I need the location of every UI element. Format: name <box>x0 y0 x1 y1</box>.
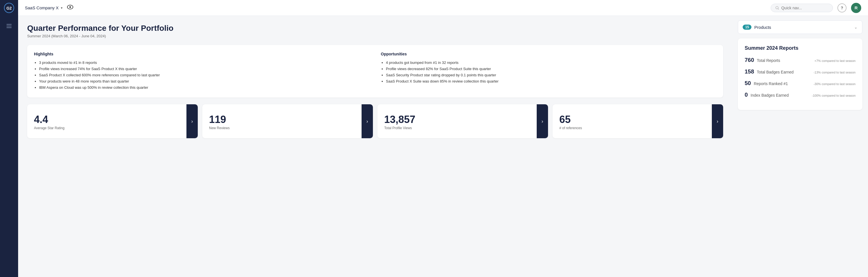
company-name: SaaS Company X <box>25 5 59 10</box>
svg-rect-4 <box>6 27 11 28</box>
report-metric: 50 Reports Ranked #1 <box>745 80 813 86</box>
new-reviews-label: New Reviews <box>209 126 357 130</box>
profile-views-label: Total Profile Views <box>384 126 532 130</box>
total-reports-change: +7% compared to last season <box>814 59 856 63</box>
opportunities-list: 4 products got bumped from #1 in 32 repo… <box>381 60 716 84</box>
report-row-index-badges: 0 Index Badges Earned -100% compared to … <box>745 92 856 98</box>
sidebar: G2 <box>0 0 18 277</box>
reports-title: Summer 2024 Reports <box>745 45 856 51</box>
products-dropdown[interactable]: 15 Products ⌄ <box>738 20 862 34</box>
top-nav: SaaS Company X ▾ ? <box>18 0 868 16</box>
highlights-col: Highlights 3 products moved to #1 in 8 r… <box>34 52 370 91</box>
sidebar-logo: G2 <box>0 0 18 16</box>
references-label: # of references <box>559 126 707 130</box>
highlights-card: Highlights 3 products moved to #1 in 8 r… <box>27 45 723 98</box>
list-item: IBM Aspera on Cloud was up 500% in revie… <box>39 84 370 91</box>
chevron-down-icon: ⌄ <box>854 25 858 29</box>
nav-right: ? R <box>771 3 861 13</box>
search-input[interactable] <box>781 6 828 10</box>
svg-point-6 <box>69 6 71 8</box>
chevron-down-icon: ▾ <box>61 6 63 10</box>
opportunities-title: Opportunities <box>381 52 716 56</box>
stat-card-content: 4.4 Average Star Rating <box>27 108 186 135</box>
ranked-label: Reports Ranked #1 <box>754 81 788 86</box>
report-metric: 0 Index Badges Earned <box>745 92 812 98</box>
index-badges-label: Index Badges Earned <box>751 93 789 98</box>
main-content: SaaS Company X ▾ ? <box>18 0 868 277</box>
svg-text:G2: G2 <box>6 6 12 10</box>
eye-icon[interactable] <box>67 5 73 11</box>
total-reports-label: Total Reports <box>757 58 780 63</box>
list-item: SaaS Security Product star rating droppe… <box>386 72 716 78</box>
profile-views-arrow[interactable]: › <box>537 104 548 138</box>
list-item: Your products were in 48 more reports th… <box>39 78 370 84</box>
list-item: Profile views increased 74% for SaaS Pro… <box>39 66 370 72</box>
badges-value: 158 <box>745 68 754 75</box>
page-title: Quarter Performance for Your Portfolio <box>27 24 723 33</box>
list-icon[interactable] <box>3 20 15 32</box>
star-rating-label: Average Star Rating <box>34 126 182 130</box>
ranked-change: -30% compared to last season <box>813 82 856 85</box>
list-item: 3 products moved to #1 in 8 reports <box>39 60 370 66</box>
ranked-value: 50 <box>745 80 751 86</box>
svg-rect-3 <box>6 26 11 26</box>
references-arrow[interactable]: › <box>712 104 723 138</box>
page-subtitle: Summer 2024 (March 06, 2024 - June 04, 2… <box>27 34 723 38</box>
list-item: 4 products got bumped from #1 in 32 repo… <box>386 60 716 66</box>
search-bar[interactable] <box>771 4 833 12</box>
new-reviews-arrow[interactable]: › <box>362 104 373 138</box>
report-metric: 760 Total Reports <box>745 57 814 63</box>
report-row-total: 760 Total Reports +7% compared to last s… <box>745 57 856 63</box>
stat-card-new-reviews: 119 New Reviews › <box>202 104 373 138</box>
stat-card-star-rating: 4.4 Average Star Rating › <box>27 104 198 138</box>
reports-card: Summer 2024 Reports 760 Total Reports +7… <box>738 38 862 110</box>
report-row-badges: 158 Total Badges Earned -13% compared to… <box>745 68 856 75</box>
search-icon <box>775 6 779 10</box>
help-button[interactable]: ? <box>837 3 846 12</box>
total-reports-value: 760 <box>745 57 754 63</box>
index-badges-value: 0 <box>745 92 748 98</box>
avatar[interactable]: R <box>851 3 861 13</box>
list-item: Profile views decreased 82% for SaaS Pro… <box>386 66 716 72</box>
star-rating-value: 4.4 <box>34 114 182 125</box>
star-rating-arrow[interactable]: › <box>186 104 198 138</box>
products-count-badge: 15 <box>743 25 751 30</box>
highlights-list: 3 products moved to #1 in 8 reports Prof… <box>34 60 370 91</box>
svg-line-8 <box>778 8 779 9</box>
right-panel: 15 Products ⌄ Summer 2024 Reports 760 To… <box>732 16 868 277</box>
svg-rect-2 <box>6 24 11 25</box>
left-panel: Quarter Performance for Your Portfolio S… <box>18 16 732 277</box>
products-label: Products <box>754 25 851 30</box>
list-item: SaaS Product X collected 600% more refer… <box>39 72 370 78</box>
stat-card-profile-views: 13,857 Total Profile Views › <box>377 104 548 138</box>
stat-cards: 4.4 Average Star Rating › 119 New Review… <box>27 104 723 138</box>
profile-views-value: 13,857 <box>384 114 532 125</box>
badges-label: Total Badges Earned <box>757 70 794 74</box>
index-badges-change: -100% compared to last season <box>812 94 856 97</box>
report-metric: 158 Total Badges Earned <box>745 68 813 75</box>
company-selector[interactable]: SaaS Company X ▾ <box>25 5 63 10</box>
app-layout: G2 SaaS Company X ▾ <box>0 0 868 277</box>
list-item: SaaS Product X Suite was down 85% in rev… <box>386 78 716 84</box>
references-value: 65 <box>559 114 707 125</box>
page-body: Quarter Performance for Your Portfolio S… <box>18 16 868 277</box>
new-reviews-value: 119 <box>209 114 357 125</box>
report-row-ranked: 50 Reports Ranked #1 -30% compared to la… <box>745 80 856 86</box>
stat-card-references: 65 # of references › <box>553 104 723 138</box>
stat-card-content: 119 New Reviews <box>202 108 362 135</box>
stat-card-content: 13,857 Total Profile Views <box>377 108 537 135</box>
stat-card-content: 65 # of references <box>553 108 712 135</box>
opportunities-col: Opportunities 4 products got bumped from… <box>381 52 716 91</box>
highlights-title: Highlights <box>34 52 370 56</box>
badges-change: -13% compared to last season <box>813 71 856 74</box>
